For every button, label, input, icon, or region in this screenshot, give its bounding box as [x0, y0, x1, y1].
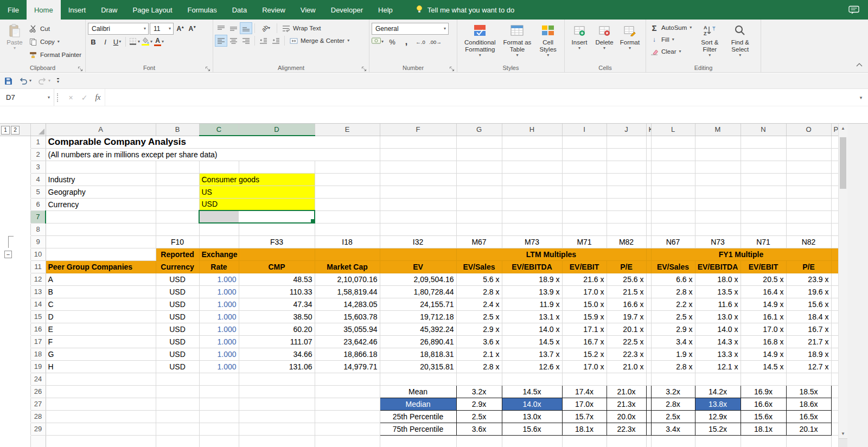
cell-H5[interactable] [502, 186, 562, 198]
cell-G8[interactable] [456, 223, 502, 235]
cell-A2[interactable]: (All numbers are in millions except per … [46, 148, 380, 161]
cell-P15[interactable] [831, 310, 838, 323]
cell-K15[interactable] [646, 310, 651, 323]
cell-C7[interactable] [199, 210, 239, 223]
cell-I7[interactable] [562, 210, 607, 223]
cell-O13[interactable]: 19.6 x [786, 285, 831, 298]
cell-O27[interactable]: 18.6x [786, 398, 831, 410]
cell-L26[interactable]: 3.2x [651, 385, 695, 398]
cell-K3[interactable] [646, 161, 651, 173]
cell-M19[interactable]: 12.1 x [695, 360, 741, 373]
cell-A15[interactable]: D [46, 310, 156, 323]
cell-M17[interactable]: 14.3 x [695, 335, 741, 348]
formula-bar-splitter[interactable] [57, 93, 61, 102]
cell-H1[interactable] [502, 136, 562, 148]
cell-L24[interactable] [651, 373, 695, 385]
cell-G17[interactable]: 3.6 x [456, 335, 502, 348]
cell-P29[interactable] [831, 423, 838, 435]
cell-F3[interactable] [380, 161, 456, 173]
cell-O18[interactable]: 18.9 x [786, 348, 831, 360]
cell-I1[interactable] [562, 136, 607, 148]
cell-E29[interactable] [315, 423, 380, 435]
cell-J15[interactable]: 19.7 x [607, 310, 646, 323]
cell-E6[interactable] [315, 198, 380, 210]
cell-Dx[interactable] [239, 435, 315, 447]
clipboard-dialog-launcher[interactable] [78, 65, 84, 71]
cell-B17[interactable]: USD [156, 335, 199, 348]
cell-A26[interactable] [46, 385, 156, 398]
decrease-font-size-button[interactable]: A▾ [187, 23, 197, 34]
merge-center-button[interactable]: Merge & Center▾ [288, 35, 351, 46]
cell-J18[interactable]: 22.3 x [607, 348, 646, 360]
cell-F18[interactable]: 18,818.31 [380, 348, 456, 360]
cell-P26[interactable] [831, 385, 838, 398]
decrease-decimal-button[interactable]: .00→ [429, 36, 442, 47]
cell-N12[interactable]: 20.5 x [741, 273, 786, 285]
cell-F24[interactable] [380, 373, 456, 385]
cell-A18[interactable]: G [46, 348, 156, 360]
cell-D3[interactable] [239, 161, 315, 173]
cell-H4[interactable] [502, 173, 562, 186]
clear-button[interactable]: Clear▾ [648, 46, 693, 57]
cell-J27[interactable]: 21.3x [607, 398, 646, 410]
cell-F8[interactable] [380, 223, 456, 235]
cell-E16[interactable]: 35,055.94 [315, 323, 380, 335]
cell-P16[interactable] [831, 323, 838, 335]
cell-E15[interactable]: 15,603.78 [315, 310, 380, 323]
row-header-29[interactable]: 29 [30, 423, 46, 435]
cell-J29[interactable]: 22.3x [607, 423, 646, 435]
row-header-9[interactable]: 9 [30, 235, 46, 248]
cell-N3[interactable] [741, 161, 786, 173]
cell-K5[interactable] [646, 186, 651, 198]
cell-F19[interactable]: 20,315.81 [380, 360, 456, 373]
cell-C6[interactable]: USD [199, 198, 315, 210]
cell-N9[interactable]: N71 [741, 235, 786, 248]
italic-button[interactable]: I [100, 36, 111, 47]
row-header-19[interactable]: 19 [30, 360, 46, 373]
redo-button[interactable]: ▾ [38, 77, 50, 85]
cell-F16[interactable]: 45,392.24 [380, 323, 456, 335]
row-header-1[interactable]: 1 [30, 136, 46, 148]
cell-G18[interactable]: 2.1 x [456, 348, 502, 360]
cell-styles-button[interactable]: Cell Styles ▾ [534, 21, 562, 59]
cell-K28[interactable] [646, 410, 651, 423]
cell-Cx[interactable] [199, 435, 239, 447]
cell-K11[interactable] [646, 260, 651, 273]
cell-K29[interactable] [646, 423, 651, 435]
column-header-F[interactable]: F [380, 124, 456, 136]
cell-L6[interactable] [651, 198, 695, 210]
cell-Nx[interactable] [741, 435, 786, 447]
cell-L19[interactable]: 2.8 x [651, 360, 695, 373]
tab-data[interactable]: Data [225, 0, 254, 20]
cell-O8[interactable] [786, 223, 831, 235]
cell-M8[interactable] [695, 223, 741, 235]
cell-N8[interactable] [741, 223, 786, 235]
cell-J11[interactable]: P/E [607, 260, 646, 273]
cell-H11[interactable]: EV/EBITDA [502, 260, 562, 273]
tab-formulas[interactable]: Formulas [180, 0, 225, 20]
cell-D10[interactable] [239, 248, 315, 260]
cell-J17[interactable]: 22.5 x [607, 335, 646, 348]
cell-I5[interactable] [562, 186, 607, 198]
cell-E8[interactable] [315, 223, 380, 235]
cell-I2[interactable] [562, 148, 607, 161]
cell-N24[interactable] [741, 373, 786, 385]
tab-help[interactable]: Help [371, 0, 400, 20]
cell-G6[interactable] [456, 198, 502, 210]
cell-O12[interactable]: 23.9 x [786, 273, 831, 285]
cell-H13[interactable]: 13.9 x [502, 285, 562, 298]
sort-filter-button[interactable]: AZ Sort & Filter ▾ [695, 21, 724, 59]
cell-P12[interactable] [831, 273, 838, 285]
cell-A12[interactable]: A [46, 273, 156, 285]
cell-O2[interactable] [786, 148, 831, 161]
cell-A11[interactable]: Peer Group Companies [46, 260, 156, 273]
cell-Ax[interactable] [46, 435, 156, 447]
cell-J2[interactable] [607, 148, 646, 161]
row-header-4[interactable]: 4 [30, 173, 46, 186]
cell-G1[interactable] [456, 136, 502, 148]
cell-P1[interactable] [831, 136, 838, 148]
cell-C5[interactable]: US [199, 186, 315, 198]
cell-F9[interactable]: I32 [380, 235, 456, 248]
cell-C18[interactable]: 1.000 [199, 348, 239, 360]
cell-D7[interactable] [239, 210, 315, 223]
